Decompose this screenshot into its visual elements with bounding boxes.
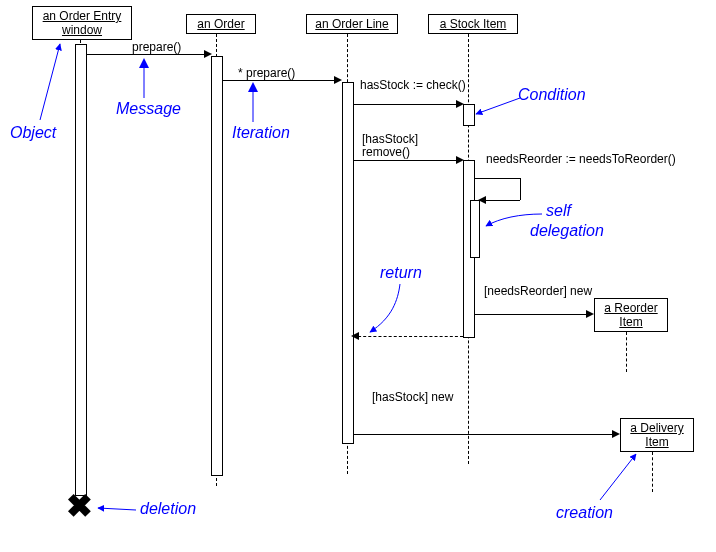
message-new-reorder-label: [needsReorder] new	[484, 284, 592, 298]
activation-stock-check	[463, 104, 475, 126]
message-prepare2-line	[222, 80, 340, 81]
object-order-line: an Order Line	[306, 14, 398, 34]
message-prepare-label: prepare()	[132, 40, 181, 54]
activation-order-entry-window	[75, 44, 87, 496]
annotation-return: return	[380, 264, 422, 282]
annotation-message: Message	[116, 100, 181, 118]
message-check-line	[353, 104, 461, 105]
annotation-arrows	[0, 0, 716, 552]
arrowhead	[478, 196, 486, 204]
arrowhead	[612, 430, 620, 438]
annotation-creation: creation	[556, 504, 613, 522]
activation-order-line	[342, 82, 354, 444]
message-prepare-line	[86, 54, 210, 55]
arrowhead	[456, 156, 464, 164]
object-label: a Reorder Item	[604, 301, 657, 329]
activation-stock-self	[470, 200, 480, 258]
return-line	[353, 336, 463, 337]
object-reorder-item: a Reorder Item	[594, 298, 668, 332]
annotation-self-delegation-2: delegation	[530, 222, 604, 240]
annotation-self-delegation-1: self	[546, 202, 571, 220]
message-new-reorder-line	[474, 314, 592, 315]
object-delivery-item: a Delivery Item	[620, 418, 694, 452]
annotation-object: Object	[10, 124, 56, 142]
object-order-entry-window: an Order Entry window	[32, 6, 132, 40]
lifeline-reorder-item	[626, 332, 627, 372]
blue-arrowhead-message	[139, 58, 149, 68]
activation-order	[211, 56, 223, 476]
message-remove-line	[353, 160, 461, 161]
lifeline-delivery-item	[652, 452, 653, 492]
annotation-iteration: Iteration	[232, 124, 290, 142]
object-order: an Order	[186, 14, 256, 34]
arrowhead	[586, 310, 594, 318]
arrowhead	[334, 76, 342, 84]
message-check-label: hasStock := check()	[360, 78, 466, 92]
object-label: a Stock Item	[440, 17, 507, 31]
message-remove-label: remove()	[362, 145, 410, 159]
deletion-x: ✖	[66, 490, 93, 522]
message-new-delivery-line	[353, 434, 617, 435]
message-new-delivery-label: [hasStock] new	[372, 390, 453, 404]
annotation-condition: Condition	[518, 86, 586, 104]
self-msg-top	[474, 178, 520, 179]
annotation-deletion: deletion	[140, 500, 196, 518]
message-remove-guard: [hasStock]	[362, 132, 418, 146]
self-msg-bottom	[480, 200, 520, 201]
self-msg-down	[520, 178, 521, 200]
object-label: an Order Entry window	[43, 9, 122, 37]
blue-arrowhead-iteration	[248, 82, 258, 92]
arrowhead	[456, 100, 464, 108]
arrowhead	[204, 50, 212, 58]
self-msg-label: needsReorder := needsToReorder()	[486, 152, 676, 166]
object-label: an Order	[197, 17, 244, 31]
arrowhead	[351, 332, 359, 340]
message-prepare2-label: * prepare()	[238, 66, 295, 80]
object-stock-item: a Stock Item	[428, 14, 518, 34]
object-label: an Order Line	[315, 17, 388, 31]
object-label: a Delivery Item	[630, 421, 683, 449]
